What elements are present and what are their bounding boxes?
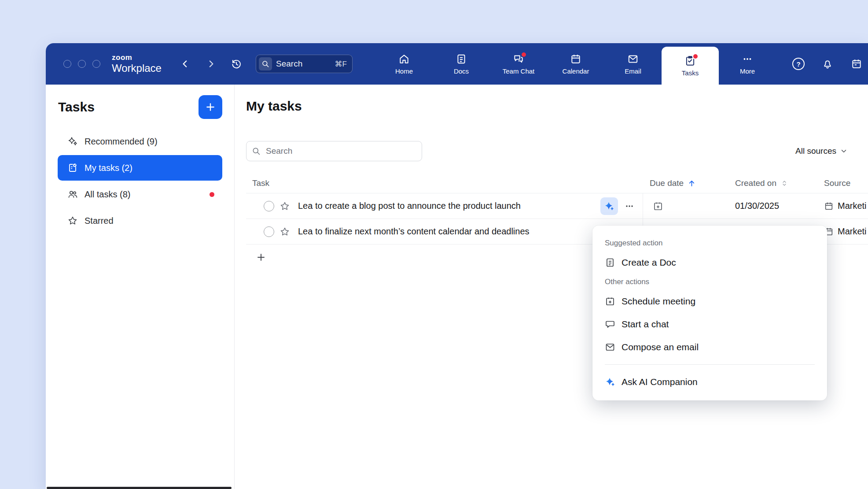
topbar-utility-icons: ? [791, 43, 864, 85]
page-title: My tasks [246, 98, 868, 115]
ai-sparkle-icon [604, 201, 614, 211]
sidebar-item-my-tasks[interactable]: My tasks (2) [58, 155, 222, 181]
history-icon [231, 58, 242, 70]
plus-icon [256, 252, 266, 263]
bell-icon [822, 58, 833, 70]
sidebar-item-starred[interactable]: Starred [58, 208, 222, 233]
docs-icon [456, 53, 467, 65]
nav-label-more: More [740, 68, 755, 74]
nav-label-docs: Docs [454, 68, 469, 74]
zoom-workplace-logo: zoom Workplace [112, 43, 162, 85]
nav-label-calendar: Calendar [563, 68, 589, 74]
task-created-date: 01/30/2025 [725, 201, 813, 211]
column-header-source: Source [813, 178, 868, 188]
source-calendar-icon [824, 201, 834, 211]
menu-item-label: Start a chat [622, 319, 669, 330]
all-tasks-notification-dot [210, 192, 214, 197]
nav-item-docs[interactable]: Docs [433, 43, 490, 85]
back-button[interactable] [178, 56, 193, 71]
nav-item-calendar[interactable]: Calendar [547, 43, 604, 85]
add-task-button[interactable] [199, 95, 222, 119]
search-icon [252, 147, 261, 156]
tasks-notification-dot [692, 53, 699, 59]
search-icon [261, 60, 269, 68]
menu-item-start-chat[interactable]: Start a chat [592, 313, 827, 336]
menu-item-label: Schedule meeting [622, 296, 695, 307]
nav-item-email[interactable]: Email [604, 43, 662, 85]
help-button[interactable]: ? [791, 56, 806, 71]
task-title: Lea to create a blog post to announce th… [298, 201, 521, 211]
tasks-toolbar: All sources [246, 141, 868, 161]
task-more-actions-button[interactable] [622, 198, 637, 214]
window-controls [63, 43, 100, 85]
nav-label-team-chat: Team Chat [503, 68, 535, 74]
task-source-label: Marketi [838, 226, 867, 237]
email-icon [627, 53, 639, 65]
sidebar-label-recommended: Recommended (9) [85, 137, 158, 147]
nav-label-tasks: Tasks [682, 70, 699, 76]
envelope-icon [605, 342, 615, 352]
window-control-minimize[interactable] [78, 60, 86, 68]
menu-section-suggested: Suggested action [592, 235, 827, 251]
sort-ascending-icon [688, 179, 696, 188]
logo-zoom-text: zoom [112, 54, 162, 61]
calendar-plus-icon [605, 296, 615, 307]
tasks-sidebar: Tasks Recommended (9) [46, 85, 235, 489]
scrollbar-horizontal[interactable] [47, 487, 232, 489]
task-source-label: Marketi [838, 201, 867, 211]
menu-item-create-doc[interactable]: Create a Doc [592, 251, 827, 274]
calendar-shortcut-button[interactable] [849, 56, 864, 71]
chevron-right-icon [205, 58, 217, 70]
nav-item-home[interactable]: Home [375, 43, 433, 85]
task-search-input[interactable] [265, 146, 416, 156]
star-task-button[interactable] [280, 201, 290, 211]
column-header-due-date[interactable]: Due date [643, 178, 725, 188]
task-complete-checkbox[interactable] [264, 226, 274, 237]
sidebar-item-all-tasks[interactable]: All tasks (8) [58, 182, 222, 207]
column-header-created-on[interactable]: Created on [725, 178, 813, 188]
task-row[interactable]: Lea to create a blog post to announce th… [246, 193, 868, 219]
sidebar-item-recommended[interactable]: Recommended (9) [58, 129, 222, 154]
ai-sparkle-icon [605, 377, 615, 387]
search-icon-tile [259, 57, 272, 70]
ellipsis-icon [624, 201, 635, 211]
window-control-zoom[interactable] [92, 60, 100, 68]
sidebar-label-my-tasks: My tasks (2) [85, 163, 132, 173]
menu-item-compose-email[interactable]: Compose an email [592, 336, 827, 359]
chevron-left-icon [180, 58, 191, 70]
sidebar-label-all-tasks: All tasks (8) [85, 189, 130, 200]
nav-label-email: Email [625, 68, 641, 74]
column-header-task: Task [246, 178, 643, 188]
sort-toggle-icon [780, 179, 788, 187]
menu-section-other: Other actions [592, 274, 827, 290]
people-icon [67, 189, 78, 200]
task-search-field[interactable] [246, 141, 422, 161]
calendar-icon [570, 53, 581, 65]
notifications-button[interactable] [820, 56, 835, 71]
sources-filter-dropdown[interactable]: All sources [795, 146, 848, 156]
primary-navigation: Home Docs Team Chat Calendar [375, 43, 776, 85]
task-complete-checkbox[interactable] [264, 201, 274, 211]
desktop: zoom Workplace [0, 0, 868, 489]
team-chat-notification-dot [521, 52, 527, 58]
ai-companion-button[interactable] [600, 197, 618, 215]
table-header-row: Task Due date Created on Source [246, 174, 868, 193]
nav-item-tasks[interactable]: Tasks [662, 47, 719, 85]
add-due-date-button[interactable] [643, 193, 725, 219]
doc-icon [605, 257, 615, 268]
menu-divider [605, 364, 815, 365]
menu-item-label: Compose an email [622, 342, 699, 352]
home-icon [398, 53, 410, 65]
history-button[interactable] [229, 56, 244, 71]
menu-item-ask-ai-companion[interactable]: Ask AI Companion [592, 370, 827, 393]
nav-item-more[interactable]: More [719, 43, 776, 85]
star-icon [67, 215, 78, 226]
star-task-button[interactable] [280, 226, 290, 237]
chat-bubble-icon [605, 319, 615, 330]
menu-item-label: Create a Doc [622, 257, 676, 268]
window-control-close[interactable] [63, 60, 71, 68]
nav-item-team-chat[interactable]: Team Chat [490, 43, 547, 85]
global-search-button[interactable]: Search ⌘F [256, 55, 353, 73]
menu-item-schedule-meeting[interactable]: Schedule meeting [592, 290, 827, 313]
forward-button[interactable] [203, 56, 218, 71]
